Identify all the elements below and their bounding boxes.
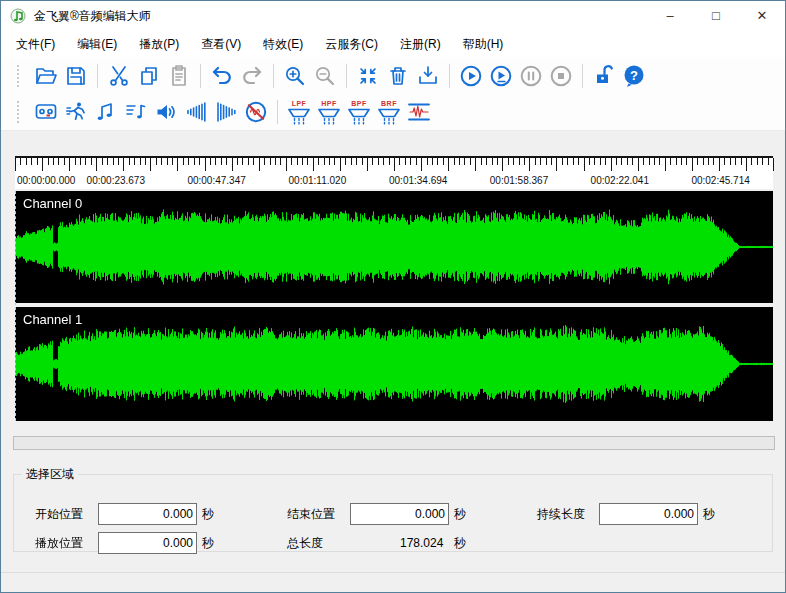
denoise-button[interactable] [243, 98, 269, 126]
ruler-tick [540, 158, 541, 165]
shrink-button[interactable] [355, 62, 381, 90]
stop-button[interactable] [548, 62, 574, 90]
insert-button[interactable] [415, 62, 441, 90]
play-selection-button[interactable] [488, 62, 514, 90]
ruler-tick [394, 158, 395, 171]
waveform-canvas[interactable] [15, 191, 773, 421]
ruler-tick [659, 158, 660, 165]
selection-panel-title: 选择区域 [22, 466, 78, 483]
ruler-tick [26, 158, 27, 165]
fade-in-button[interactable] [183, 98, 209, 126]
volume-button[interactable] [153, 98, 179, 126]
equalizer-button[interactable] [123, 98, 149, 126]
insert-icon [416, 64, 440, 88]
menu-item-view[interactable]: 查看(V) [190, 31, 252, 57]
redo-arrow-icon [240, 64, 264, 88]
pitch-button[interactable] [93, 98, 119, 126]
ruler-tick [242, 158, 243, 165]
ruler-tick [91, 158, 92, 165]
ruler-tick [69, 158, 70, 171]
ruler-tick [611, 158, 612, 171]
spectrum-button[interactable] [406, 98, 432, 126]
delete-button[interactable] [385, 62, 411, 90]
minimize-button[interactable]: – [647, 1, 693, 31]
waveform-display[interactable]: Channel 0 Channel 1 [15, 191, 773, 421]
copy-icon [137, 64, 161, 88]
save-file-button[interactable] [63, 62, 89, 90]
playback-cursor[interactable] [15, 191, 16, 421]
close-button[interactable]: ✕ [739, 1, 785, 31]
ruler-tick [416, 158, 417, 165]
ruler-tick [64, 158, 65, 165]
ruler-tick [286, 158, 287, 171]
start-position-input[interactable] [98, 503, 197, 525]
menu-item-effects[interactable]: 特效(E) [252, 31, 314, 57]
band-pass-filter-button[interactable]: BPF [346, 98, 372, 126]
note-lines-icon [124, 100, 148, 124]
zoom-out-button[interactable] [312, 62, 338, 90]
ruler-tick [616, 158, 617, 165]
maximize-button[interactable]: □ [693, 1, 739, 31]
recorder-icon [34, 100, 58, 124]
copy-button[interactable] [136, 62, 162, 90]
ruler-tick [768, 158, 769, 165]
pause-button[interactable] [518, 62, 544, 90]
ruler-tick [621, 158, 622, 165]
speaker-icon [154, 100, 178, 124]
toolbar-separator [346, 64, 347, 88]
start-unit-label: 秒 [202, 503, 214, 525]
toolbar-separator [97, 64, 98, 88]
menu-item-play[interactable]: 播放(P) [128, 31, 190, 57]
ruler-tick [681, 158, 682, 165]
toolbar-separator [277, 100, 278, 124]
duration-input[interactable] [599, 503, 698, 525]
open-file-button[interactable] [33, 62, 59, 90]
zoom-in-button[interactable] [282, 62, 308, 90]
tempo-button[interactable] [63, 98, 89, 126]
timeline-ruler[interactable]: 00:00:00.00000:00:23.67300:00:47.34700:0… [15, 156, 773, 189]
ruler-tick [649, 158, 650, 165]
record-button[interactable] [33, 98, 59, 126]
menu-item-register[interactable]: 注册(R) [389, 31, 452, 57]
paste-button[interactable] [166, 62, 192, 90]
cut-button[interactable] [106, 62, 132, 90]
zoom-in-icon [283, 64, 307, 88]
ruler-tick [15, 158, 16, 171]
ruler-tick [524, 158, 525, 165]
help-button[interactable]: ? [621, 62, 647, 90]
ruler-tick [697, 158, 698, 165]
ruler-tick [172, 158, 173, 165]
ruler-time-label: 00:01:58.367 [490, 175, 548, 186]
toolbar-grip[interactable] [17, 65, 23, 87]
high-pass-filter-button[interactable]: HPF [316, 98, 342, 126]
ruler-tick [405, 158, 406, 165]
ruler-tick [372, 158, 373, 165]
total-length-value: 178.024 [400, 532, 443, 554]
ruler-tick [475, 158, 476, 171]
ruler-tick [253, 158, 254, 165]
play-position-input[interactable] [98, 532, 197, 554]
ruler-tick [448, 158, 449, 171]
ruler-tick [762, 158, 763, 165]
undo-button[interactable] [209, 62, 235, 90]
menu-item-edit[interactable]: 编辑(E) [66, 31, 128, 57]
end-position-input[interactable] [350, 503, 449, 525]
ruler-tick [96, 158, 97, 171]
ruler-time-label: 00:00:23.673 [87, 175, 145, 186]
menu-item-cloud[interactable]: 云服务(C) [314, 31, 389, 57]
ruler-tick [481, 158, 482, 165]
lock-button[interactable] [591, 62, 617, 90]
high-pass-filter-label: HPF [321, 100, 337, 108]
redo-button[interactable] [239, 62, 265, 90]
trash-icon [386, 64, 410, 88]
menu-item-help[interactable]: 帮助(H) [452, 31, 515, 57]
fade-out-button[interactable] [213, 98, 239, 126]
band-reject-filter-button[interactable]: BRF [376, 98, 402, 126]
low-pass-filter-button[interactable]: LPF [286, 98, 312, 126]
play-button[interactable] [458, 62, 484, 90]
ruler-time-label: 00:01:34.694 [389, 175, 447, 186]
ruler-time-label: 00:00:00.000 [17, 175, 75, 186]
ruler-tick [627, 158, 628, 165]
toolbar-grip[interactable] [17, 101, 23, 123]
menu-item-file[interactable]: 文件(F) [5, 31, 66, 57]
